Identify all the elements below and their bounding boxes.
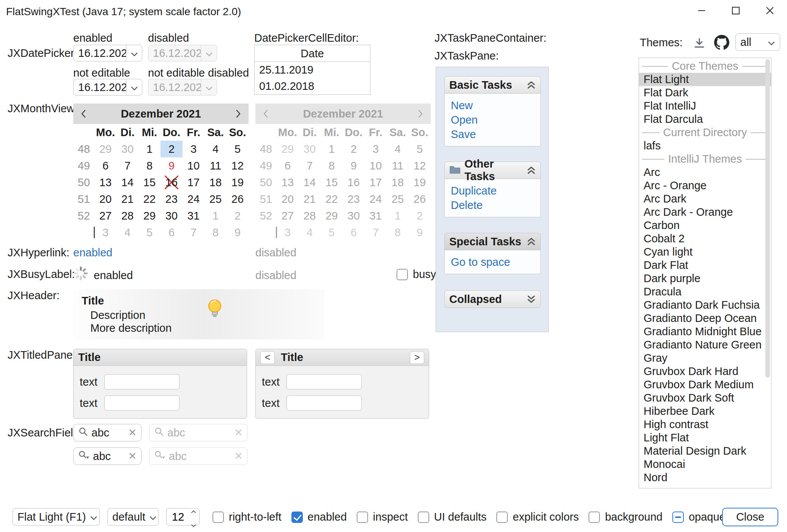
calendar-cell[interactable]: 5 — [139, 224, 161, 241]
theme-list-item[interactable]: Gradianto Dark Fuchsia — [639, 298, 771, 312]
calendar-cell[interactable]: 7 — [116, 157, 139, 174]
calendar-cell[interactable]: 23 — [161, 191, 183, 207]
calendar-cell[interactable]: 20 — [94, 191, 116, 207]
next-button[interactable]: > — [410, 351, 424, 364]
close-window-button[interactable] — [753, 0, 787, 24]
theme-list-item[interactable]: Hiberbee Dark — [639, 405, 771, 418]
checkbox-box[interactable] — [672, 512, 684, 523]
calendar-cell[interactable]: 18 — [205, 174, 227, 191]
calendar-cell[interactable]: 6 — [161, 224, 183, 241]
theme-list-item[interactable]: Gradianto Nature Green — [639, 338, 771, 352]
calendar-cell[interactable]: 4 — [205, 141, 227, 157]
calendar-cell[interactable]: 8 — [139, 157, 161, 174]
github-button[interactable] — [714, 35, 729, 53]
calendar-cell[interactable]: 6 — [94, 157, 116, 174]
calendar-cell[interactable]: 10 — [183, 157, 205, 174]
text-input[interactable] — [286, 395, 362, 411]
option-checkbox[interactable]: background — [589, 511, 663, 523]
task-link[interactable]: New — [451, 98, 534, 113]
theme-list-item[interactable]: Dracula — [639, 285, 771, 298]
checkbox-box[interactable] — [589, 512, 600, 523]
task-link[interactable]: Save — [451, 127, 534, 141]
table-row[interactable]: 01.02.2018 — [255, 78, 370, 94]
font-size-input[interactable] — [167, 511, 184, 523]
theme-list-item[interactable]: Cobalt 2 — [639, 232, 771, 245]
calendar-cell[interactable]: 7 — [183, 224, 205, 241]
theme-list-item[interactable]: Material Design Dark — [639, 444, 771, 458]
theme-list-item[interactable]: High contrast — [639, 418, 771, 431]
collapse-icon[interactable] — [527, 80, 536, 90]
theme-list-item[interactable]: Gradianto Midnight Blue — [639, 325, 771, 338]
theme-list-item[interactable]: Current Directory — [639, 126, 771, 139]
calendar-cell[interactable]: 31 — [183, 207, 205, 224]
calendar-cell[interactable]: 1 — [205, 207, 227, 224]
calendar-cell[interactable]: 9 — [161, 157, 183, 174]
expand-icon[interactable] — [527, 294, 536, 304]
theme-list-item[interactable]: Cyan light — [639, 245, 771, 259]
calendar-cell[interactable]: Fr. — [183, 124, 205, 141]
font-combo[interactable]: default — [107, 508, 159, 526]
calendar-cell[interactable]: So. — [227, 124, 249, 141]
theme-list-item[interactable]: IntelliJ Themes — [639, 152, 771, 166]
option-checkbox[interactable]: enabled — [291, 511, 347, 523]
calendar-cell[interactable]: 3 — [94, 224, 116, 241]
search-menu-icon[interactable] — [78, 450, 90, 463]
theme-list-item[interactable]: Gradianto Deep Ocean — [639, 312, 771, 325]
calendar-cell[interactable]: Mo. — [94, 124, 116, 141]
taskpane-header[interactable]: Other Tasks — [444, 162, 541, 179]
prev-button[interactable]: < — [260, 351, 275, 364]
option-checkbox[interactable]: UI defaults — [418, 511, 487, 523]
calendar-cell[interactable]: 48 — [73, 141, 94, 157]
close-button[interactable]: Close — [722, 508, 778, 526]
option-checkbox[interactable]: right-to-left — [212, 511, 282, 523]
theme-list-item[interactable]: Arc - Orange — [639, 179, 771, 192]
theme-list-item[interactable]: Gruvbox Dark Hard — [639, 365, 771, 378]
theme-list-item[interactable]: Arc Dark - Orange — [639, 206, 771, 219]
calendar-cell[interactable]: 52 — [73, 207, 94, 224]
busy-checkbox[interactable]: busy — [397, 268, 436, 281]
theme-list-item[interactable]: Monocai — [639, 458, 771, 471]
theme-list-item[interactable]: Dark Flat — [639, 259, 771, 272]
calendar-cell[interactable]: 49 — [73, 157, 94, 174]
next-month-icon[interactable] — [236, 109, 241, 118]
calendar-cell[interactable]: 30 — [161, 207, 183, 224]
calendar-cell[interactable]: 16 — [161, 174, 183, 191]
task-link[interactable]: Duplicate — [451, 184, 534, 198]
collapse-icon[interactable] — [527, 237, 536, 246]
calendar-cell[interactable]: 22 — [139, 191, 161, 207]
theme-list-item[interactable]: Arc Dark — [639, 192, 771, 206]
calendar-cell[interactable]: 17 — [183, 174, 205, 191]
option-checkbox[interactable]: opaque — [672, 511, 726, 523]
calendar-cell[interactable] — [73, 224, 94, 241]
clear-search-icon[interactable]: ✕ — [128, 428, 137, 438]
theme-list-item[interactable]: Flat IntelliJ — [639, 99, 771, 113]
theme-list-item[interactable]: Light Flat — [639, 431, 771, 444]
search-input[interactable] — [93, 450, 124, 463]
calendar-cell[interactable]: 29 — [139, 207, 161, 224]
checkbox-box[interactable] — [397, 269, 408, 280]
prev-month-icon[interactable] — [81, 109, 86, 118]
theme-list-item[interactable]: Core Themes — [639, 60, 771, 73]
calendar-cell[interactable]: 3 — [183, 141, 205, 157]
taskpane-header[interactable]: Collapsed — [444, 290, 541, 308]
minimize-button[interactable] — [685, 0, 719, 24]
laf-combo[interactable]: Flat Light (F1) — [13, 508, 100, 526]
option-checkbox[interactable]: explicit colors — [496, 511, 579, 523]
theme-list-item[interactable]: Gray — [639, 352, 771, 365]
calendar-cell[interactable]: 12 — [227, 157, 249, 174]
calendar-cell[interactable]: 1 — [139, 141, 161, 157]
collapse-icon[interactable] — [527, 165, 536, 175]
theme-list-item[interactable]: Flat Darcula — [639, 113, 771, 126]
themes-filter-combo[interactable]: all — [735, 33, 780, 51]
calendar-cell[interactable]: 14 — [116, 174, 139, 191]
task-link[interactable]: Open — [451, 113, 534, 127]
theme-list-item[interactable]: Flat Dark — [639, 86, 771, 99]
calendar-cell[interactable]: 28 — [116, 207, 139, 224]
calendar-cell[interactable]: 15 — [139, 174, 161, 191]
text-input[interactable] — [286, 374, 362, 389]
theme-list-item[interactable]: Flat Light — [639, 73, 771, 86]
theme-list-item[interactable]: Arc — [639, 166, 771, 179]
calendar-cell[interactable]: 24 — [183, 191, 205, 207]
theme-list-item[interactable]: Nord — [639, 471, 771, 484]
datepicker-dropdown-button[interactable] — [126, 45, 142, 61]
